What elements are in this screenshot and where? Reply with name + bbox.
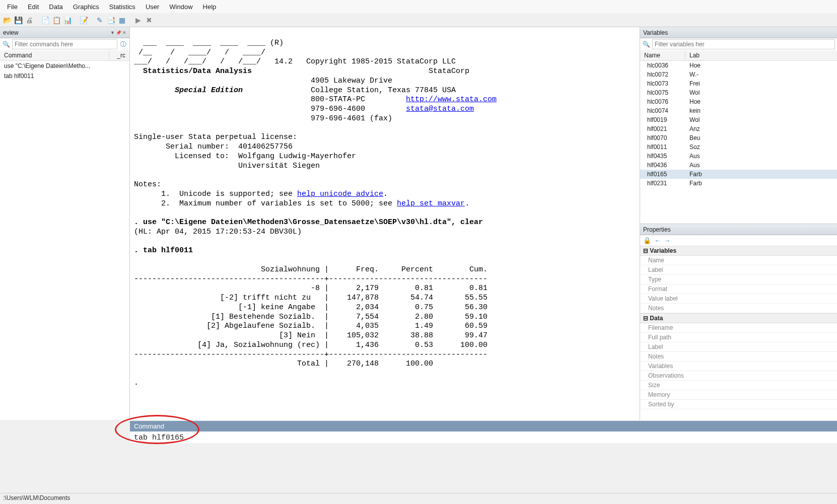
variable-row[interactable]: hlf0019Wol <box>640 115 837 124</box>
viewer-icon[interactable]: 📋 <box>51 15 61 25</box>
cmd1-line: . use "C:\Eigene Dateien\Methoden3\Gross… <box>134 218 483 227</box>
close-icon[interactable]: ✕ <box>122 30 126 35</box>
properties-panel: Properties 🔒 ← → ⊟ Variables NameLabelTy… <box>640 224 837 420</box>
stata-email[interactable]: stata@stata.com <box>406 105 474 113</box>
tab-rule1: ----------------------------------------… <box>134 275 487 283</box>
menu-user[interactable]: User <box>141 1 164 13</box>
tab-total: Total | 270,148 100.00 <box>134 359 433 368</box>
property-row[interactable]: Label <box>640 265 837 275</box>
variable-row[interactable]: hlf0165Farb <box>640 170 837 179</box>
open-icon[interactable]: 📂 <box>2 15 12 25</box>
variable-row[interactable]: hlf0231Farb <box>640 179 837 188</box>
property-row[interactable]: Value label <box>640 294 837 304</box>
more-icon[interactable]: ▶ <box>133 15 143 25</box>
menu-edit[interactable]: Edit <box>23 1 44 13</box>
menu-bar: File Edit Data Graphics Statistics User … <box>0 0 837 13</box>
variable-row[interactable]: hlf0021Anz <box>640 124 837 133</box>
arrow-left-icon[interactable]: ← <box>654 237 661 244</box>
property-row[interactable]: Filename <box>640 323 837 333</box>
review-item[interactable]: tab hlf0011 <box>0 71 129 81</box>
props-group-data[interactable]: ⊟ Data <box>640 313 837 323</box>
variable-row[interactable]: hlc0036Hoe <box>640 61 837 70</box>
help-unicode-link[interactable]: help unicode_advice <box>297 190 383 198</box>
property-row[interactable]: Type <box>640 275 837 284</box>
do-editor-icon[interactable]: 📝 <box>79 15 89 25</box>
phone2-line: 979-696-4600 <box>134 105 406 113</box>
variable-row[interactable]: hlc0075Wol <box>640 88 837 97</box>
variable-row[interactable]: hlf0436Aus <box>640 161 837 170</box>
property-row[interactable]: Name <box>640 256 837 265</box>
variables-filter-row: 🔍 <box>640 38 837 50</box>
variable-row[interactable]: hlc0073Frei <box>640 79 837 88</box>
review-header-rc[interactable]: _rc <box>109 50 129 60</box>
property-row[interactable]: Observations <box>640 371 837 381</box>
props-group-variables[interactable]: ⊟ Variables <box>640 246 837 256</box>
help-maxvar-link[interactable]: help set_maxvar <box>397 199 465 208</box>
variable-row[interactable]: hlc0076Hoe <box>640 97 837 106</box>
main-area: eview ▼ 📌 ✕ 🔍 ⓘ Command _rc use "C:\Eige… <box>0 27 837 420</box>
stata-logo-ascii: ___ ____ ____ ____ ____ (R) /__ / ____/ … <box>134 39 456 66</box>
note2-pre: 2. Maximum number of variables is set to… <box>134 199 397 208</box>
var-header-label[interactable]: Lab <box>685 50 837 60</box>
log-icon[interactable]: 📄 <box>40 15 50 25</box>
search-icon: 🔍 <box>2 40 10 48</box>
variables-mgr-icon[interactable]: ▦ <box>117 15 127 25</box>
save-icon[interactable]: 💾 <box>13 15 23 25</box>
review-header-cmd[interactable]: Command <box>0 50 109 60</box>
variables-filter-input[interactable] <box>652 39 835 49</box>
menu-file[interactable]: File <box>2 1 23 13</box>
property-row[interactable]: Full path <box>640 333 837 342</box>
license-block: Single-user Stata perpetual license: Ser… <box>134 133 356 170</box>
review-filter-row: 🔍 ⓘ <box>0 38 129 50</box>
menu-graphics[interactable]: Graphics <box>68 1 104 13</box>
phone-line: 800-STATA-PC <box>134 95 406 104</box>
cmd2-line: . tab hlf0011 <box>134 246 193 255</box>
results-panel[interactable]: ___ ____ ____ ____ ____ (R) /__ / ____/ … <box>130 27 640 420</box>
data-browser-icon[interactable]: 📑 <box>106 15 116 25</box>
variables-list: hlc0036Hoehlc0072W.-hlc0073Freihlc0075Wo… <box>640 61 837 224</box>
property-row[interactable]: Sorted by <box>640 400 837 409</box>
graph-icon[interactable]: 📊 <box>62 15 73 25</box>
property-row[interactable]: Format <box>640 284 837 294</box>
command-input[interactable]: tab hlf0165 <box>130 431 837 444</box>
property-row[interactable]: Notes <box>640 304 837 313</box>
cmd1-sub: (HL: Apr 04, 2015 17:20:53-24 DBV30L) <box>134 228 302 236</box>
variable-row[interactable]: hlc0074kein <box>640 106 837 115</box>
property-row[interactable]: Label <box>640 342 837 352</box>
prompt-dot: . <box>134 379 138 387</box>
tab-row: [4] Ja, Sozialwohnung (rec) | 1,436 0.53… <box>134 341 487 349</box>
tab-row: [-2] trifft nicht zu | 147,878 54.74 55.… <box>134 294 487 302</box>
pin-icon[interactable]: 📌 <box>116 30 121 35</box>
arrow-right-icon[interactable]: → <box>664 237 670 244</box>
tab-row: [1] Bestehende Sozialb. | 7,554 2.80 59.… <box>134 313 487 321</box>
stata-url[interactable]: http://www.stata.com <box>406 95 497 104</box>
variable-row[interactable]: hlf0070Beu <box>640 133 837 142</box>
command-bar: Command tab hlf0165 <box>130 421 837 443</box>
property-row[interactable]: Memory <box>640 390 837 400</box>
review-list-header: Command _rc <box>0 50 129 61</box>
info-icon[interactable]: ⓘ <box>119 40 127 48</box>
dropdown-icon[interactable]: ▼ <box>110 30 115 35</box>
menu-help[interactable]: Help <box>198 1 222 13</box>
property-row[interactable]: Variables <box>640 362 837 371</box>
menu-data[interactable]: Data <box>44 1 67 13</box>
lock-icon[interactable]: 🔒 <box>643 237 651 244</box>
variable-row[interactable]: hlc0072W.- <box>640 70 837 79</box>
menu-window[interactable]: Window <box>164 1 197 13</box>
notes-label: Notes: <box>134 180 161 189</box>
review-item[interactable]: use "C:\Eigene Dateien\Metho... <box>0 61 129 71</box>
print-icon[interactable]: 🖨 <box>24 15 34 25</box>
var-header-name[interactable]: Name <box>640 50 685 60</box>
variable-row[interactable]: hlf0435Aus <box>640 152 837 161</box>
variables-title: Variables <box>643 29 668 36</box>
variable-row[interactable]: hlf0011Soz <box>640 142 837 152</box>
property-row[interactable]: Size <box>640 381 837 390</box>
review-filter-input[interactable] <box>12 39 117 49</box>
break-icon[interactable]: ✖ <box>144 15 154 25</box>
property-row[interactable]: Notes <box>640 352 837 362</box>
menu-statistics[interactable]: Statistics <box>104 1 141 13</box>
data-editor-icon[interactable]: ✎ <box>95 15 105 25</box>
tab-row: [-1] keine Angabe | 2,034 0.75 56.30 <box>134 303 487 312</box>
right-panels: Variables 🔍 Name Lab hlc0036Hoehlc0072W.… <box>640 27 837 420</box>
review-header: eview ▼ 📌 ✕ <box>0 27 129 38</box>
